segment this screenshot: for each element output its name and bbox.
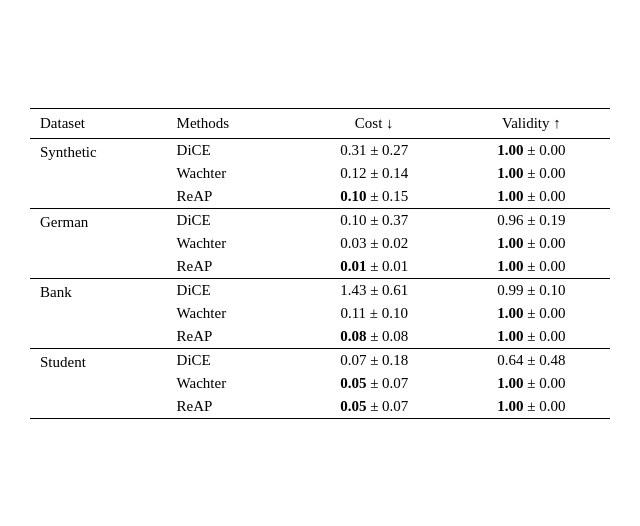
cell-dataset: German <box>30 208 167 278</box>
header-cost: Cost ↓ <box>296 108 453 138</box>
cell-validity: 1.00 ± 0.00 <box>453 185 610 209</box>
header-dataset: Dataset <box>30 108 167 138</box>
cell-method: ReAP <box>167 255 296 279</box>
cell-cost: 0.08 ± 0.08 <box>296 325 453 349</box>
cell-method: Wachter <box>167 232 296 255</box>
cell-cost: 0.11 ± 0.10 <box>296 302 453 325</box>
cell-method: Wachter <box>167 302 296 325</box>
table-row: GermanDiCE0.10 ± 0.370.96 ± 0.19 <box>30 208 610 232</box>
cell-method: DiCE <box>167 208 296 232</box>
cell-cost: 0.10 ± 0.15 <box>296 185 453 209</box>
cell-validity: 1.00 ± 0.00 <box>453 302 610 325</box>
cell-validity: 1.00 ± 0.00 <box>453 325 610 349</box>
header-methods: Methods <box>167 108 296 138</box>
cell-method: DiCE <box>167 348 296 372</box>
cell-validity: 0.96 ± 0.19 <box>453 208 610 232</box>
cell-cost: 0.10 ± 0.37 <box>296 208 453 232</box>
table-row: SyntheticDiCE0.31 ± 0.271.00 ± 0.00 <box>30 138 610 162</box>
table-row: BankDiCE1.43 ± 0.610.99 ± 0.10 <box>30 278 610 302</box>
cell-dataset: Synthetic <box>30 138 167 208</box>
cell-validity: 0.64 ± 0.48 <box>453 348 610 372</box>
cell-cost: 0.05 ± 0.07 <box>296 372 453 395</box>
cell-method: ReAP <box>167 185 296 209</box>
cell-cost: 0.07 ± 0.18 <box>296 348 453 372</box>
cell-method: DiCE <box>167 138 296 162</box>
cell-method: ReAP <box>167 395 296 419</box>
table-container: Dataset Methods Cost ↓ Validity ↑ Synthe… <box>30 108 610 419</box>
cell-cost: 1.43 ± 0.61 <box>296 278 453 302</box>
cell-dataset: Bank <box>30 278 167 348</box>
header-validity: Validity ↑ <box>453 108 610 138</box>
cell-validity: 1.00 ± 0.00 <box>453 162 610 185</box>
cell-validity: 1.00 ± 0.00 <box>453 372 610 395</box>
cell-validity: 1.00 ± 0.00 <box>453 395 610 419</box>
cell-cost: 0.05 ± 0.07 <box>296 395 453 419</box>
cell-validity: 1.00 ± 0.00 <box>453 232 610 255</box>
cell-validity: 1.00 ± 0.00 <box>453 255 610 279</box>
cell-method: DiCE <box>167 278 296 302</box>
cell-method: ReAP <box>167 325 296 349</box>
cell-cost: 0.12 ± 0.14 <box>296 162 453 185</box>
cell-method: Wachter <box>167 162 296 185</box>
cell-method: Wachter <box>167 372 296 395</box>
cell-validity: 0.99 ± 0.10 <box>453 278 610 302</box>
cell-cost: 0.03 ± 0.02 <box>296 232 453 255</box>
cell-dataset: Student <box>30 348 167 418</box>
cell-cost: 0.31 ± 0.27 <box>296 138 453 162</box>
cell-cost: 0.01 ± 0.01 <box>296 255 453 279</box>
table-row: StudentDiCE0.07 ± 0.180.64 ± 0.48 <box>30 348 610 372</box>
cell-validity: 1.00 ± 0.00 <box>453 138 610 162</box>
header-row: Dataset Methods Cost ↓ Validity ↑ <box>30 108 610 138</box>
results-table: Dataset Methods Cost ↓ Validity ↑ Synthe… <box>30 108 610 419</box>
